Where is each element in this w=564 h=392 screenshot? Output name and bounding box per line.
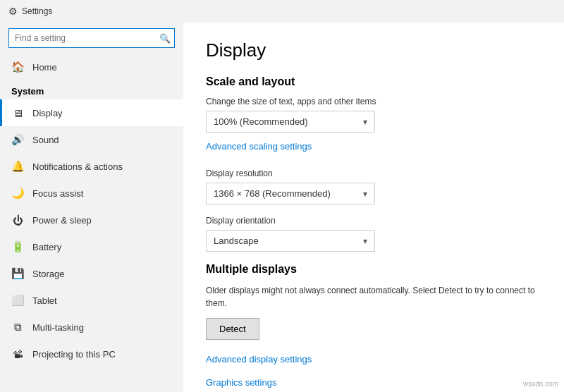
multiple-displays-desc: Older displays might not always connect …	[206, 284, 541, 310]
sound-icon: 🔊	[11, 133, 24, 146]
system-label: System	[0, 80, 183, 99]
watermark: wsxdn.com	[523, 380, 558, 388]
nav-item-tablet-label: Tablet	[32, 295, 57, 306]
nav-item-multitasking-label: Multi-tasking	[32, 322, 84, 333]
page-title: Display	[206, 39, 541, 61]
home-label: Home	[32, 62, 57, 73]
nav-item-notifications-label: Notifications & actions	[32, 161, 123, 172]
nav-item-display-label: Display	[32, 108, 63, 118]
orientation-dropdown-arrow: ▾	[363, 236, 367, 246]
power-icon: ⏻	[11, 214, 24, 226]
notifications-icon: 🔔	[11, 160, 24, 173]
title-bar: ⚙ Settings	[0, 0, 564, 23]
content-area: Display Scale and layout Change the size…	[183, 23, 564, 392]
nav-item-power[interactable]: ⏻ Power & sleep	[0, 207, 183, 233]
nav-item-projecting-label: Projecting to this PC	[32, 349, 116, 360]
settings-icon: ⚙	[8, 6, 18, 17]
graphics-link[interactable]: Graphics settings	[206, 377, 276, 388]
nav-item-sound-label: Sound	[32, 135, 59, 145]
multiple-displays-title: Multiple displays	[206, 263, 541, 276]
nav-item-sound[interactable]: 🔊 Sound	[0, 126, 183, 153]
orientation-section: Display orientation Landscape ▾	[206, 216, 541, 252]
tablet-icon: ⬜	[11, 294, 24, 307]
resolution-label: Display resolution	[206, 169, 541, 178]
nav-item-power-label: Power & sleep	[32, 215, 92, 226]
nav-item-home[interactable]: 🏠 Home	[0, 54, 183, 80]
links-section: Advanced display settings Graphics setti…	[206, 353, 541, 392]
title-bar-label: Settings	[22, 6, 52, 16]
scale-section-title: Scale and layout	[206, 75, 541, 88]
orientation-label: Display orientation	[206, 216, 541, 226]
nav-item-focus-label: Focus assist	[32, 188, 83, 199]
nav-item-focus[interactable]: 🌙 Focus assist	[0, 180, 183, 207]
nav-item-multitasking[interactable]: ⧉ Multi-tasking	[0, 314, 183, 341]
nav-item-display[interactable]: 🖥 Display	[0, 99, 183, 126]
focus-icon: 🌙	[11, 187, 24, 200]
resolution-dropdown-arrow: ▾	[363, 189, 367, 199]
nav-item-storage[interactable]: 💾 Storage	[0, 260, 183, 287]
multiple-displays-section: Multiple displays Older displays might n…	[206, 263, 541, 353]
resolution-dropdown[interactable]: 1366 × 768 (Recommended) ▾	[206, 183, 375, 204]
resolution-section: Display resolution 1366 × 768 (Recommend…	[206, 169, 541, 204]
search-input[interactable]	[8, 28, 175, 48]
nav-item-tablet[interactable]: ⬜ Tablet	[0, 287, 183, 314]
multitasking-icon: ⧉	[11, 321, 24, 333]
display-icon: 🖥	[11, 106, 24, 119]
scale-dropdown[interactable]: 100% (Recommended) ▾	[206, 111, 375, 133]
scale-dropdown-arrow: ▾	[363, 117, 367, 127]
storage-icon: 💾	[11, 267, 24, 280]
sidebar: 🔍 🏠 Home System 🖥 Display 🔊 Sound 🔔 Noti…	[0, 23, 183, 392]
orientation-value: Landscape	[214, 235, 259, 246]
nav-item-notifications[interactable]: 🔔 Notifications & actions	[0, 153, 183, 180]
nav-item-battery[interactable]: 🔋 Battery	[0, 233, 183, 260]
nav-item-battery-label: Battery	[32, 242, 61, 252]
nav-item-projecting[interactable]: 📽 Projecting to this PC	[0, 341, 183, 367]
resolution-value: 1366 × 768 (Recommended)	[214, 188, 331, 199]
nav-item-storage-label: Storage	[32, 269, 65, 279]
main-container: 🔍 🏠 Home System 🖥 Display 🔊 Sound 🔔 Noti…	[0, 23, 564, 392]
battery-icon: 🔋	[11, 240, 24, 253]
search-button[interactable]: 🔍	[159, 33, 171, 44]
advanced-scaling-link[interactable]: Advanced scaling settings	[206, 141, 312, 152]
home-icon: 🏠	[11, 61, 24, 73]
advanced-display-link[interactable]: Advanced display settings	[206, 354, 312, 365]
detect-button[interactable]: Detect	[206, 318, 259, 340]
scale-value: 100% (Recommended)	[214, 116, 308, 127]
search-container: 🔍	[0, 23, 183, 54]
projecting-icon: 📽	[11, 348, 24, 360]
orientation-dropdown[interactable]: Landscape ▾	[206, 230, 375, 252]
scale-label: Change the size of text, apps and other …	[206, 97, 541, 106]
